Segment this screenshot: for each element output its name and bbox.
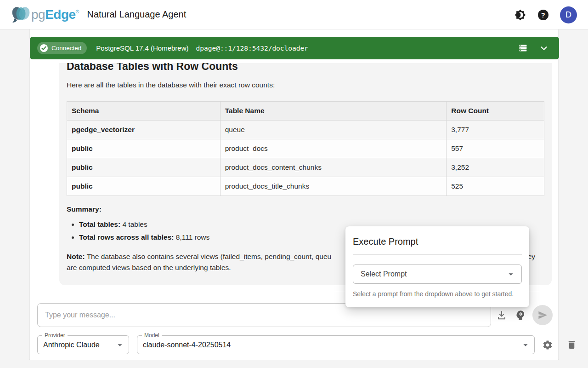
cell-row-count: 525 [447,177,544,196]
logo-registered-mark: ® [76,9,79,14]
cell-schema: public [67,177,220,196]
connection-status-label: Connected [51,45,81,52]
prompt-helper-text: Select a prompt from the dropdown above … [353,290,522,298]
pgedge-logo: pgEdge® [11,5,79,24]
server-version-label: PostgreSQL 17.4 (Homebrew) [96,44,188,52]
cell-schema: public [67,158,220,177]
connection-details-button[interactable] [517,42,529,54]
check-circle-icon [40,44,48,52]
trash-icon [566,339,577,350]
download-icon [496,310,507,321]
table-row: pgedge_vectorizer queue 3,777 [67,121,544,139]
model-label: Model [142,332,162,339]
cell-row-count: 3,777 [447,121,544,139]
table-row: public product_docs_content_chunks 3,252 [67,158,544,177]
clear-chat-button[interactable] [565,339,577,351]
page-title: Natural Language Agent [87,9,187,20]
dropdown-arrow-icon [115,340,125,350]
note-label: Note: [67,253,85,260]
provider-value: Anthropic Claude [38,341,100,349]
table-header-row: Schema Table Name Row Count [67,102,544,121]
summary-heading: Summary: [67,205,544,213]
column-header-table-name: Table Name [220,102,447,121]
cell-row-count: 3,252 [447,158,544,177]
summary-item-label: Total tables: [79,220,120,228]
table-row: public product_docs_title_chunks 525 [67,177,544,196]
pgedge-logo-icon [11,5,31,24]
logo-text-edge: Edge [45,7,75,22]
summary-item-label: Total rows across all tables: [79,233,174,241]
main-panel: Connected PostgreSQL 17.4 (Homebrew) dpa… [29,29,559,360]
execute-prompt-title: Execute Prompt [353,236,522,247]
column-header-schema: Schema [67,102,220,121]
divider [353,254,522,255]
cell-table-name: product_docs_content_chunks [220,158,447,177]
note-line2: are computed views based on the underlyi… [67,264,231,271]
prompt-select[interactable]: Select Prompt [353,264,522,284]
model-combobox[interactable]: Model claude-sonnet-4-20250514 [137,335,535,354]
prompt-select-placeholder: Select Prompt [361,270,407,278]
cell-table-name: product_docs [220,139,447,158]
dropdown-arrow-icon [506,269,516,279]
summary-item-text: 8,111 rows [174,233,209,241]
dropdown-arrow-icon [520,340,531,350]
user-avatar[interactable]: D [560,6,577,23]
message-intro: Here are all the tables in the database … [67,80,544,90]
message-heading: Database Tables with Row Counts [67,63,544,73]
connection-status-badge: Connected [37,42,87,54]
gear-icon [542,339,553,351]
cell-row-count: 557 [447,139,544,158]
app-header: pgEdge® Natural Language Agent ? D [0,0,588,29]
brightness-icon [514,9,526,21]
cell-table-name: product_docs_title_chunks [220,177,447,196]
dark-mode-toggle-button[interactable] [514,9,526,21]
column-header-row-count: Row Count [447,102,544,121]
connection-bar: Connected PostgreSQL 17.4 (Homebrew) dpa… [30,37,559,59]
download-button[interactable] [496,309,508,321]
table-row: public product_docs 557 [67,139,544,158]
model-value: claude-sonnet-4-20250514 [137,341,231,349]
ai-prompt-button[interactable] [514,309,526,321]
settings-button[interactable] [542,339,554,351]
cell-schema: public [67,139,220,158]
send-icon [537,310,548,321]
provider-label: Provider [42,332,68,339]
summary-item-text: 4 tables [120,220,147,228]
cell-schema: pgedge_vectorizer [67,121,220,139]
help-icon: ? [538,10,548,20]
chevron-down-icon [539,43,549,53]
connection-collapse-button[interactable] [538,42,550,54]
send-button[interactable] [532,305,553,325]
execute-prompt-card: Execute Prompt Select Prompt Select a pr… [345,226,529,307]
cell-table-name: queue [220,121,447,139]
logo-text-pg: pg [31,7,45,22]
storage-icon [518,43,528,53]
help-button[interactable]: ? [537,9,549,21]
connection-string: dpage@::1/128:5432/docloader [196,45,308,52]
psychology-icon [514,310,526,321]
row-counts-table: Schema Table Name Row Count pgedge_vecto… [67,101,544,196]
note-line1: The database also contains several views… [85,253,332,260]
provider-select[interactable]: Provider Anthropic Claude [37,335,129,354]
